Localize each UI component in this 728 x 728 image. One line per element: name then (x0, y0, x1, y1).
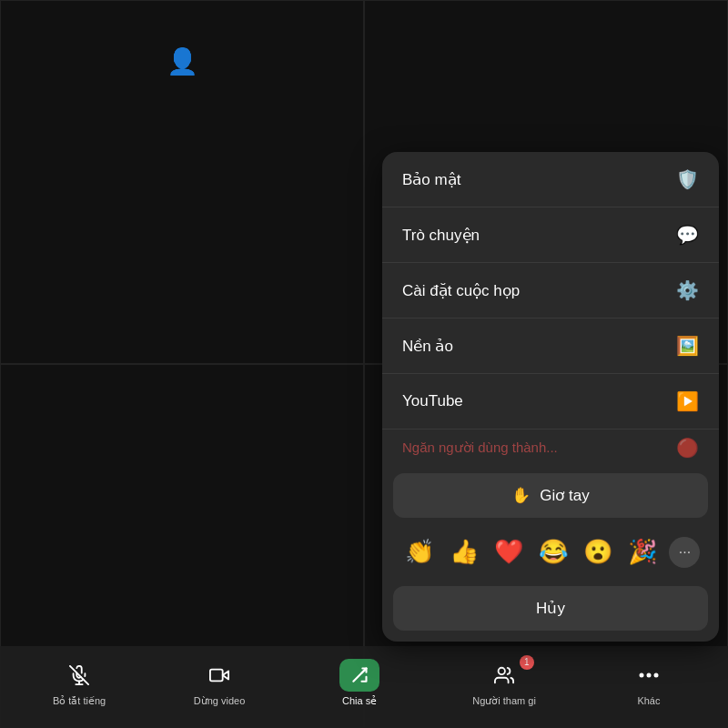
menu-list: Bảo mật 🛡️ Trò chuyện 💬 Cài đặt cuộc họp… (382, 152, 719, 466)
gear-icon: ⚙️ (676, 279, 699, 301)
svg-marker-3 (223, 671, 228, 679)
menu-item-settings[interactable]: Cài đặt cuộc họp ⚙️ (382, 263, 719, 318)
raise-hand-button[interactable]: ✋ Giơ tay (393, 473, 708, 518)
popup-menu: Bảo mật 🛡️ Trò chuyện 💬 Cài đặt cuộc họp… (382, 152, 719, 642)
play-icon: ▶️ (676, 390, 699, 412)
emoji-reaction-bar: 👏 👍 ❤️ 😂 😮 🎉 ··· (382, 525, 719, 579)
menu-item-chat[interactable]: Trò chuyện 💬 (382, 207, 719, 263)
cancel-button[interactable]: Hủy (393, 586, 708, 631)
settings-label: Cài đặt cuộc họp (402, 281, 520, 300)
emoji-laugh[interactable]: 😂 (535, 534, 571, 570)
partial-label: Ngăn người dùng thành... (402, 440, 558, 456)
toolbar-more[interactable]: Khác (622, 659, 676, 706)
emoji-thumbsup[interactable]: 👍 (446, 534, 482, 570)
toolbar-video[interactable]: Dừng video (192, 659, 247, 707)
toolbar-share[interactable]: Chia sẻ (332, 659, 387, 707)
svg-point-9 (646, 673, 651, 678)
toolbar-mute[interactable]: Bỏ tắt tiếng (52, 659, 106, 707)
raise-hand-emoji: ✋ (511, 486, 531, 505)
emoji-party[interactable]: 🎉 (624, 534, 661, 570)
share-label: Chia sẻ (342, 695, 377, 707)
more-icon-wrap (629, 659, 669, 692)
virtual-bg-label: Nền ảo (402, 337, 453, 356)
mute-icon-wrap (59, 659, 99, 692)
svg-rect-4 (210, 669, 223, 681)
cancel-label: Hủy (536, 599, 565, 618)
svg-point-8 (639, 673, 643, 678)
chat-label: Trò chuyện (402, 226, 480, 245)
more-label: Khác (637, 695, 660, 706)
toolbar-participants[interactable]: 1 Người tham gi (472, 659, 536, 707)
participants-badge: 1 (520, 655, 534, 670)
mute-label: Bỏ tắt tiếng (53, 695, 106, 707)
participants-label: Người tham gi (472, 695, 536, 707)
video-label: Dừng video (194, 695, 246, 707)
menu-item-youtube[interactable]: YouTube ▶️ (382, 374, 719, 430)
menu-item-virtual-bg[interactable]: Nền ảo 🖼️ (382, 318, 719, 374)
circle-minus-icon: 🔴 (676, 437, 699, 459)
emoji-heart[interactable]: ❤️ (490, 534, 527, 570)
shield-icon: 🛡️ (676, 168, 699, 190)
menu-item-partial[interactable]: Ngăn người dùng thành... 🔴 (382, 430, 719, 466)
youtube-label: YouTube (402, 392, 463, 410)
add-person-icon-1: 👤 (167, 46, 198, 76)
more-emoji-button[interactable]: ··· (669, 537, 700, 568)
video-cell-1: 👤 (0, 0, 364, 364)
participants-icon-wrap: 1 (484, 659, 524, 692)
toolbar: Bỏ tắt tiếng Dừng video Chia sẻ (0, 646, 728, 728)
svg-point-7 (499, 667, 505, 673)
emoji-surprised[interactable]: 😮 (580, 534, 616, 570)
svg-point-10 (653, 673, 658, 678)
person-frame-icon: 🖼️ (676, 335, 699, 357)
menu-item-security[interactable]: Bảo mật 🛡️ (382, 152, 719, 207)
chat-icon: 💬 (676, 224, 699, 246)
emoji-clap[interactable]: 👏 (401, 534, 438, 570)
share-icon-wrap (339, 659, 379, 692)
video-icon-wrap (199, 659, 239, 692)
security-label: Bảo mật (402, 170, 460, 189)
raise-hand-label: Giơ tay (540, 486, 589, 505)
